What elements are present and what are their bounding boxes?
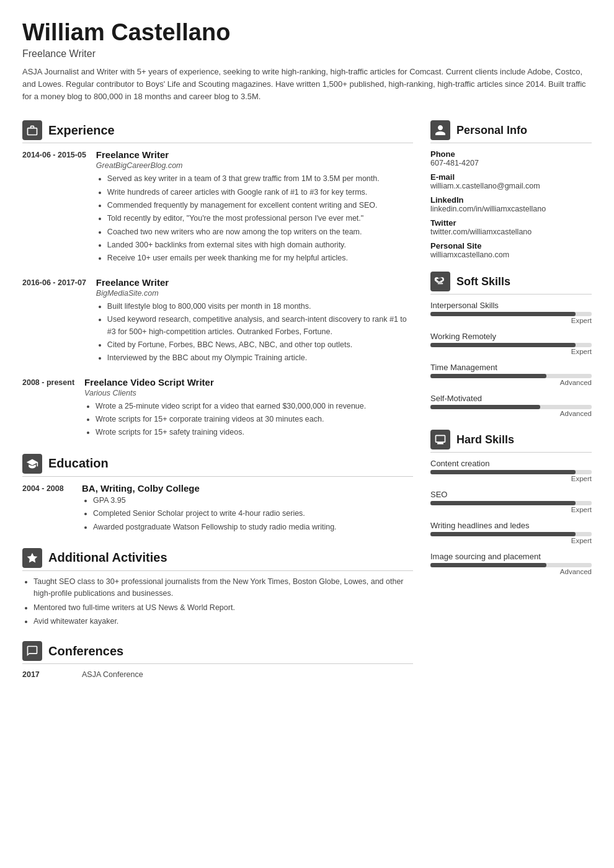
skill-item: Self-MotivatedAdvanced	[430, 394, 592, 417]
soft-skills-section: Soft Skills Interpersonal SkillsExpertWo…	[430, 272, 592, 417]
skill-name: Writing headlines and ledes	[430, 521, 592, 530]
header-summary: ASJA Journalist and Writer with 5+ years…	[22, 66, 592, 103]
personal-info-title: Personal Info	[456, 124, 527, 137]
soft-skills-header: Soft Skills	[430, 272, 592, 294]
conferences-title: Conferences	[48, 644, 123, 658]
hard-skills-list: Content creationExpertSEOExpertWriting h…	[430, 459, 592, 575]
list-item: Commended frequently by management for e…	[107, 200, 413, 211]
skill-bar-fill	[430, 343, 576, 347]
hard-skills-title: Hard Skills	[456, 433, 514, 446]
personal-site: Personal Site williamxcastellano.com	[430, 241, 592, 259]
conferences-section-header: Conferences	[22, 641, 413, 664]
conf-name: ASJA Conference	[82, 670, 143, 679]
skill-level: Expert	[430, 317, 592, 324]
experience-section: Experience 2014-06 - 2015-05Freelance Wr…	[22, 120, 413, 440]
entry-bullets: Wrote a 25-minute video script for a vid…	[84, 401, 413, 439]
skill-name: Interpersonal Skills	[430, 301, 592, 310]
header-title: Freelance Writer	[22, 48, 592, 60]
activities-section-header: Additional Activities	[22, 548, 413, 571]
main-content: Experience 2014-06 - 2015-05Freelance Wr…	[22, 120, 592, 693]
phone-label: Phone	[430, 149, 592, 159]
skill-item: Interpersonal SkillsExpert	[430, 301, 592, 324]
education-entries: 2004 - 2008BA, Writing, Colby CollegeGPA…	[22, 483, 413, 534]
email-label: E-mail	[430, 172, 592, 182]
experience-icon	[22, 120, 42, 140]
skill-item: Image sourcing and placementAdvanced	[430, 552, 592, 575]
phone-value: 607-481-4207	[430, 159, 592, 167]
conf-year: 2017	[22, 670, 72, 679]
entry-content: Freelance WriterBigMediaSite.comBuilt li…	[96, 277, 413, 366]
skill-bar-fill	[430, 312, 576, 316]
soft-skills-list: Interpersonal SkillsExpertWorking Remote…	[430, 301, 592, 417]
activities-title: Additional Activities	[48, 551, 167, 565]
skill-name: Content creation	[430, 459, 592, 468]
list-item: Interviewed by the BBC about my Olympic …	[107, 352, 413, 364]
activities-bullets-list: Taught SEO class to 30+ professional jou…	[22, 576, 413, 628]
conferences-entries: 2017ASJA Conference	[22, 670, 413, 679]
entry-dates: 2008 - present	[22, 377, 74, 440]
skill-item: SEOExpert	[430, 490, 592, 513]
soft-skills-icon	[430, 272, 450, 291]
skill-level: Advanced	[430, 379, 592, 386]
list-item: Wrote scripts for 15+ corporate training…	[96, 414, 413, 425]
experience-entry: 2008 - presentFreelance Video Script Wri…	[22, 377, 413, 440]
list-item: GPA 3.95	[93, 495, 413, 507]
mortarboard-icon	[26, 458, 38, 470]
linkedin-label: LinkedIn	[430, 195, 592, 205]
skill-bar-fill	[430, 501, 576, 505]
list-item: Avid whitewater kayaker.	[33, 616, 413, 627]
skill-name: Working Remotely	[430, 332, 592, 341]
education-entry: 2004 - 2008BA, Writing, Colby CollegeGPA…	[22, 483, 413, 534]
left-column: Experience 2014-06 - 2015-05Freelance Wr…	[22, 120, 413, 693]
star-icon	[26, 552, 38, 564]
list-item: Receive 10+ user emails per week thankin…	[107, 252, 413, 264]
site-value: williamxcastellano.com	[430, 250, 592, 259]
personal-info-header: Personal Info	[430, 120, 592, 143]
conference-entry: 2017ASJA Conference	[22, 670, 413, 679]
skill-bar-bg	[430, 343, 592, 347]
skill-bar-bg	[430, 532, 592, 536]
skill-item: Working RemotelyExpert	[430, 332, 592, 355]
person-icon	[434, 124, 447, 136]
skill-bar-fill	[430, 563, 546, 567]
header-name: William Castellano	[22, 20, 592, 46]
education-section-header: Education	[22, 454, 413, 477]
skill-name: Self-Motivated	[430, 394, 592, 403]
entry-job-title: Freelance Video Script Writer	[84, 377, 413, 388]
education-icon	[22, 454, 42, 474]
list-item: Wrote scripts for 15+ safety training vi…	[96, 427, 413, 438]
skill-bar-bg	[430, 405, 592, 409]
skill-name: Image sourcing and placement	[430, 552, 592, 561]
skill-bar-bg	[430, 470, 592, 474]
entry-company: BigMediaSite.com	[96, 289, 413, 298]
twitter-label: Twitter	[430, 218, 592, 228]
experience-entry: 2016-06 - 2017-07Freelance WriterBigMedi…	[22, 277, 413, 366]
experience-section-header: Experience	[22, 120, 413, 143]
skill-item: Writing headlines and ledesExpert	[430, 521, 592, 544]
monitor-icon	[434, 433, 447, 446]
list-item: Taught SEO class to 30+ professional jou…	[33, 576, 413, 600]
list-item: Completed Senior Scholar project to writ…	[93, 508, 413, 520]
soft-skills-title: Soft Skills	[456, 275, 510, 288]
skill-level: Expert	[430, 475, 592, 482]
list-item: Wrote a 25-minute video script for a vid…	[96, 401, 413, 412]
entry-bullets: Served as key writer in a team of 3 that…	[96, 173, 413, 265]
education-title: Education	[48, 456, 109, 471]
education-section: Education 2004 - 2008BA, Writing, Colby …	[22, 454, 413, 534]
entry-company: GreatBigCareerBlog.com	[96, 161, 413, 170]
skill-level: Advanced	[430, 410, 592, 417]
conferences-section: Conferences 2017ASJA Conference	[22, 641, 413, 679]
header-section: William Castellano Freelance Writer ASJA…	[22, 20, 592, 103]
entry-content: BA, Writing, Colby CollegeGPA 3.95Comple…	[82, 483, 413, 534]
handshake-icon	[434, 275, 447, 288]
skill-bar-fill	[430, 470, 576, 474]
entry-content: Freelance Video Script WriterVarious Cli…	[84, 377, 413, 440]
right-column: Personal Info Phone 607-481-4207 E-mail …	[430, 120, 592, 693]
personal-info-icon	[430, 120, 450, 140]
entry-dates: 2004 - 2008	[22, 483, 72, 534]
list-item: Cited by Fortune, Forbes, BBC News, ABC,…	[107, 339, 413, 351]
hard-skills-icon	[430, 430, 450, 450]
list-item: Told recently by editor, "You're the mos…	[107, 213, 413, 224]
personal-twitter: Twitter twitter.com/williamxcastellano	[430, 218, 592, 236]
entry-dates: 2014-06 - 2015-05	[22, 149, 86, 266]
